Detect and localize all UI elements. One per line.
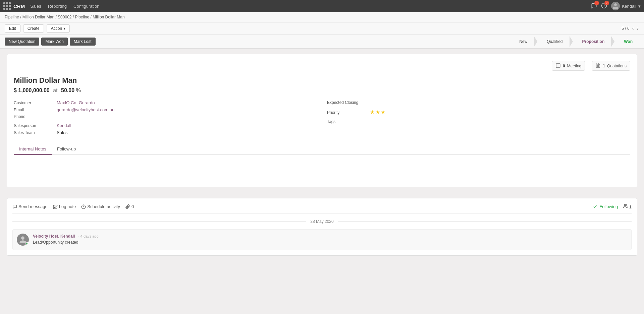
nav-sales[interactable]: Sales: [30, 4, 41, 9]
deal-amount-value: $ 1,000,000.00: [14, 87, 50, 93]
star-2[interactable]: ★: [375, 109, 380, 115]
stage-won[interactable]: Won: [614, 37, 639, 47]
salesperson-row: Salesperson Kendall: [14, 123, 317, 128]
pagination-next-button[interactable]: ›: [636, 25, 639, 32]
tab-bar: Internal Notes Follow-up: [14, 144, 630, 155]
send-message-button[interactable]: Send message: [12, 204, 48, 209]
attachments-count: 0: [131, 204, 134, 209]
new-quotation-button[interactable]: New Quotation: [5, 38, 39, 46]
deal-title: Million Dollar Man: [14, 76, 630, 85]
user-menu[interactable]: Kendall ▾: [611, 2, 641, 10]
left-fields: Customer MaxIO.Co, Gerardo Email gerardo…: [14, 100, 317, 137]
message-avatar: [17, 234, 29, 246]
send-message-label: Send message: [18, 204, 48, 209]
stage-bar: New Quotation Mark Won Mark Lost New Qua…: [0, 35, 644, 49]
document-icon: [595, 63, 601, 69]
pagination: 5 / 6 ‹ ›: [622, 25, 639, 32]
customer-row: Customer MaxIO.Co, Gerardo: [14, 100, 317, 105]
deal-at-label: at: [53, 87, 57, 93]
breadcrumb-pipeline[interactable]: Pipeline: [5, 15, 19, 19]
meeting-button[interactable]: 0 Meeting: [552, 61, 585, 71]
tags-row: Tags: [327, 119, 630, 124]
stage-progress: New Qualified Proposition Won: [515, 36, 639, 47]
tab-content: [14, 160, 630, 180]
message-time: - 4 days ago: [78, 234, 99, 238]
follower-number: 1: [629, 204, 632, 209]
svg-rect-1: [556, 64, 560, 68]
email-value[interactable]: gerardo@velocityhost.com.au: [57, 107, 114, 112]
main-content: 0 Meeting 1 Quotations Million Dollar Ma…: [0, 49, 644, 198]
user-name: Kendall: [622, 4, 636, 9]
pagination-text: 5 / 6: [622, 26, 629, 31]
following-button[interactable]: Following: [593, 204, 618, 209]
activity-badge: 2: [604, 1, 609, 5]
message-body: Velocity Host, Kendall - 4 days ago Lead…: [33, 234, 99, 246]
quotations-button[interactable]: 1 Quotations: [592, 61, 630, 71]
message-text: Lead/Opportunity created: [33, 240, 99, 245]
chatter-actions: Send message Log note Schedule activity …: [12, 204, 632, 214]
online-indicator: [25, 242, 29, 246]
expected-closing-label: Expected Closing: [327, 100, 367, 105]
email-label: Email: [14, 108, 54, 112]
right-fields: Expected Closing Priority ★ ★ ★ Tags: [327, 100, 630, 137]
deal-probability: 50.00: [61, 87, 74, 93]
nav-configuration[interactable]: Configuration: [73, 4, 99, 9]
sales-team-value[interactable]: Sales: [57, 130, 68, 135]
message-item: Velocity Host, Kendall - 4 days ago Lead…: [12, 229, 632, 250]
log-note-label: Log note: [59, 204, 76, 209]
activity-icon-button[interactable]: 2: [601, 3, 607, 10]
stage-new[interactable]: New: [515, 37, 534, 47]
user-menu-chevron: ▾: [638, 4, 641, 9]
action-label: Action: [51, 26, 62, 31]
following-label: Following: [599, 204, 618, 209]
follower-count[interactable]: 1: [623, 204, 632, 209]
schedule-activity-button[interactable]: Schedule activity: [81, 204, 120, 209]
customer-label: Customer: [14, 101, 54, 105]
timeline-date-label: 28 May 2020: [306, 219, 337, 224]
edit-button[interactable]: Edit: [5, 24, 20, 33]
salesperson-value[interactable]: Kendall: [57, 123, 71, 128]
right-icons: 3 2 Kendall ▾: [591, 2, 641, 10]
stage-proposition[interactable]: Proposition: [573, 37, 611, 47]
pagination-prev-button[interactable]: ‹: [632, 25, 635, 32]
schedule-activity-label: Schedule activity: [87, 204, 120, 209]
priority-row: Priority ★ ★ ★: [327, 109, 630, 115]
mark-lost-button[interactable]: Mark Lost: [70, 38, 96, 46]
tab-followup[interactable]: Follow-up: [52, 144, 81, 155]
breadcrumb-current: Million Dollar Man: [93, 15, 124, 19]
top-navigation: CRM Sales Reporting Configuration 3 2 Ke…: [0, 0, 644, 12]
tab-internal-notes[interactable]: Internal Notes: [14, 144, 52, 155]
star-1[interactable]: ★: [370, 109, 375, 115]
toolbar: Edit Create Action ▾ 5 / 6 ‹ ›: [0, 22, 644, 35]
tags-label: Tags: [327, 119, 367, 124]
nav-reporting[interactable]: Reporting: [48, 4, 67, 9]
breadcrumb-million-dollar-man[interactable]: Million Dollar Man: [22, 15, 54, 19]
phone-label: Phone: [14, 114, 54, 119]
form-fields: Customer MaxIO.Co, Gerardo Email gerardo…: [14, 100, 630, 137]
action-button[interactable]: Action ▾: [47, 24, 70, 33]
meeting-count: 0: [563, 64, 565, 68]
breadcrumb-pipeline2[interactable]: Pipeline: [75, 15, 90, 19]
deal-amount: $ 1,000,000.00 at 50.00 %: [14, 87, 630, 93]
messages-icon-button[interactable]: 3: [591, 3, 597, 10]
star-3[interactable]: ★: [381, 109, 385, 115]
timeline-date: 28 May 2020: [12, 219, 632, 224]
phone-row: Phone: [14, 114, 317, 119]
nav-links: Sales Reporting Configuration: [30, 4, 99, 9]
priority-stars[interactable]: ★ ★ ★: [370, 109, 385, 115]
stage-qualified[interactable]: Qualified: [537, 37, 569, 47]
customer-value[interactable]: MaxIO.Co, Gerardo: [57, 100, 95, 105]
priority-label: Priority: [327, 110, 367, 115]
mark-won-button[interactable]: Mark Won: [41, 38, 67, 46]
salesperson-label: Salesperson: [14, 123, 54, 128]
avatar: [611, 2, 620, 10]
grid-icon: [3, 2, 11, 10]
app-logo[interactable]: CRM: [3, 2, 25, 10]
breadcrumb-s00002[interactable]: S00002: [58, 15, 71, 19]
log-note-button[interactable]: Log note: [53, 204, 76, 209]
attachments-button[interactable]: 0: [125, 204, 134, 209]
smart-buttons: 0 Meeting 1 Quotations: [14, 61, 630, 71]
stage-divider-2: [570, 36, 573, 47]
create-button[interactable]: Create: [23, 24, 44, 33]
message-author[interactable]: Velocity Host, Kendall: [33, 234, 75, 239]
